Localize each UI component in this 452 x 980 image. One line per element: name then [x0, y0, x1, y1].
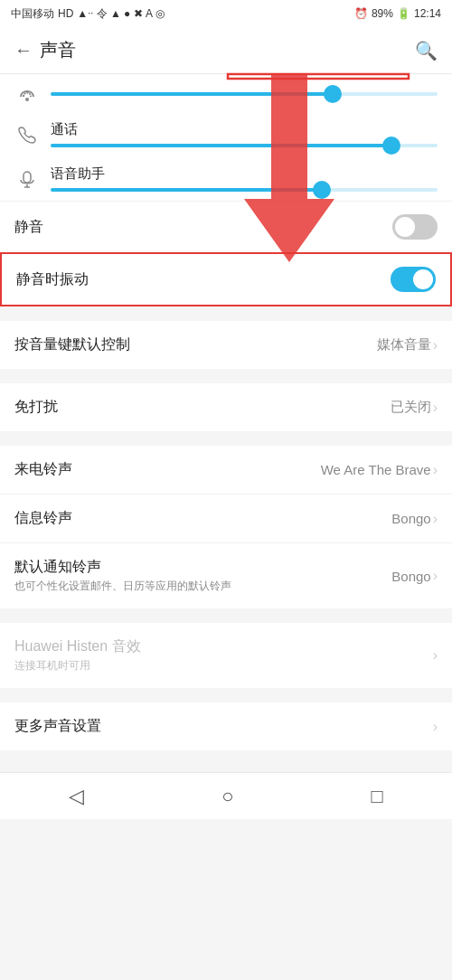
- default-notification-chevron: ›: [433, 568, 438, 584]
- message-ringtone-chevron: ›: [433, 511, 438, 527]
- ringtone-icon: [14, 83, 40, 103]
- call-slider-content: 通话: [51, 121, 438, 147]
- more-settings-section: 更多声音设置 ›: [0, 702, 452, 750]
- ringtone-value-text: We Are The Brave: [321, 462, 431, 477]
- message-ringtone-row[interactable]: 信息铃声 Bongo ›: [0, 494, 452, 542]
- call-thumb[interactable]: [382, 137, 400, 155]
- back-button[interactable]: ← 声音: [14, 38, 76, 62]
- battery-level: 89%: [372, 7, 393, 20]
- call-label: 通话: [51, 121, 438, 138]
- voice-fill: [51, 188, 322, 192]
- silent-mode-toggle[interactable]: [392, 214, 438, 240]
- status-right: ⏰ 89% 🔋 12:14: [354, 7, 441, 20]
- histen-row[interactable]: Huawei Histen 音效 连接耳机时可用 ›: [0, 623, 452, 688]
- voice-slider-row: 语音助手: [0, 156, 452, 201]
- histen-chevron: ›: [433, 647, 438, 664]
- volume-key-label: 按音量键默认控制: [14, 335, 130, 354]
- histen-sub: 连接耳机时可用: [14, 658, 141, 674]
- do-not-disturb-chevron: ›: [433, 400, 438, 416]
- default-notification-row[interactable]: 默认通知铃声 也可个性化设置邮件、日历等应用的默认铃声 Bongo ›: [0, 542, 452, 608]
- recent-nav-button[interactable]: □: [350, 777, 405, 815]
- do-not-disturb-row[interactable]: 免打扰 已关闭 ›: [0, 383, 452, 431]
- voice-icon: [14, 169, 40, 189]
- more-settings-chevron: ›: [433, 719, 438, 735]
- spacer-4: [0, 616, 452, 623]
- do-not-disturb-value: 已关闭 ›: [391, 399, 438, 416]
- ringtone-slider-row: [0, 74, 452, 112]
- spacer-6: [0, 758, 452, 765]
- volume-key-value: 媒体音量 ›: [377, 336, 438, 353]
- default-notification-sub: 也可个性化设置邮件、日历等应用的默认铃声: [14, 579, 231, 594]
- svg-point-0: [25, 98, 29, 101]
- ringtones-section: 来电铃声 We Are The Brave › 信息铃声 Bongo › 默认通…: [0, 446, 452, 608]
- status-bar: 中国移动 HD ▲ᐧᐧ 令 ▲ ● ✖ A ◎ ⏰ 89% 🔋 12:14: [0, 0, 452, 27]
- back-nav-button[interactable]: ◁: [47, 777, 106, 815]
- ringtone-label: 来电铃声: [14, 460, 72, 479]
- call-slider-row: 通话: [0, 112, 452, 156]
- more-settings-label: 更多声音设置: [14, 717, 101, 736]
- histen-label: Huawei Histen 音效: [14, 637, 141, 656]
- call-track[interactable]: [51, 144, 438, 147]
- back-arrow-icon: ←: [14, 40, 33, 61]
- do-not-disturb-value-text: 已关闭: [391, 399, 431, 416]
- ringtone-slider-content: [51, 90, 438, 96]
- controls-section: 按音量键默认控制 媒体音量 ›: [0, 321, 452, 369]
- sliders-section: 通话 语音助手: [0, 74, 452, 306]
- home-nav-button[interactable]: ○: [200, 777, 255, 815]
- voice-label: 语音助手: [51, 165, 438, 183]
- voice-track[interactable]: [51, 188, 438, 192]
- main-container: 中国移动 HD ▲ᐧᐧ 令 ▲ ● ✖ A ◎ ⏰ 89% 🔋 12:14 ← …: [0, 0, 452, 819]
- search-button[interactable]: 🔍: [415, 40, 438, 61]
- default-notification-value: Bongo ›: [391, 568, 438, 584]
- ringtone-value: We Are The Brave ›: [321, 462, 438, 478]
- volume-key-value-text: 媒体音量: [377, 336, 431, 353]
- message-ringtone-value-text: Bongo: [391, 511, 430, 526]
- app-bar: ← 声音 🔍: [0, 27, 452, 74]
- carrier-label: 中国移动: [11, 6, 54, 22]
- network-type: HD: [58, 7, 73, 20]
- bottom-nav: ◁ ○ □: [0, 772, 452, 819]
- volume-key-row[interactable]: 按音量键默认控制 媒体音量 ›: [0, 321, 452, 369]
- ringtone-track[interactable]: [51, 92, 438, 96]
- ringtone-thumb[interactable]: [324, 85, 342, 103]
- message-ringtone-value: Bongo ›: [391, 511, 438, 527]
- vibrate-on-silent-row[interactable]: 静音时振动: [0, 252, 452, 306]
- default-notification-value-text: Bongo: [391, 569, 430, 584]
- time-display: 12:14: [414, 7, 441, 20]
- ringtone-chevron: ›: [433, 462, 438, 478]
- histen-section: Huawei Histen 音效 连接耳机时可用 ›: [0, 623, 452, 688]
- ringtone-row[interactable]: 来电铃声 We Are The Brave ›: [0, 446, 452, 494]
- call-icon: [14, 125, 40, 145]
- default-notification-text-block: 默认通知铃声 也可个性化设置邮件、日历等应用的默认铃声: [14, 558, 231, 594]
- voice-slider-content: 语音助手: [51, 165, 438, 192]
- more-settings-row[interactable]: 更多声音设置 ›: [0, 702, 452, 750]
- silent-mode-row[interactable]: 静音: [0, 201, 452, 252]
- svg-rect-1: [24, 172, 31, 183]
- message-ringtone-label: 信息铃声: [14, 509, 72, 528]
- default-notification-label: 默认通知铃声: [14, 558, 231, 577]
- spacer-3: [0, 438, 452, 446]
- page-title: 声音: [40, 38, 76, 62]
- vibrate-on-silent-knob: [413, 269, 433, 289]
- volume-key-chevron: ›: [433, 337, 438, 353]
- signal-icons: ▲ᐧᐧ 令 ▲ ● ✖ A ◎: [77, 6, 164, 22]
- silent-mode-knob: [395, 217, 415, 237]
- dnd-section: 免打扰 已关闭 ›: [0, 383, 452, 431]
- silent-mode-label: 静音: [14, 218, 43, 237]
- histen-text-block: Huawei Histen 音效 连接耳机时可用: [14, 637, 141, 674]
- spacer-1: [0, 314, 452, 321]
- voice-thumb[interactable]: [313, 181, 331, 199]
- battery-icon: 🔋: [397, 7, 410, 20]
- spacer-2: [0, 376, 452, 383]
- call-fill: [51, 144, 391, 147]
- spacer-5: [0, 695, 452, 702]
- alarm-icon: ⏰: [354, 7, 368, 20]
- vibrate-on-silent-toggle[interactable]: [391, 267, 436, 292]
- do-not-disturb-label: 免打扰: [14, 398, 58, 417]
- ringtone-fill: [51, 92, 333, 96]
- vibrate-on-silent-label: 静音时振动: [16, 270, 89, 289]
- status-left: 中国移动 HD ▲ᐧᐧ 令 ▲ ● ✖ A ◎: [11, 6, 165, 22]
